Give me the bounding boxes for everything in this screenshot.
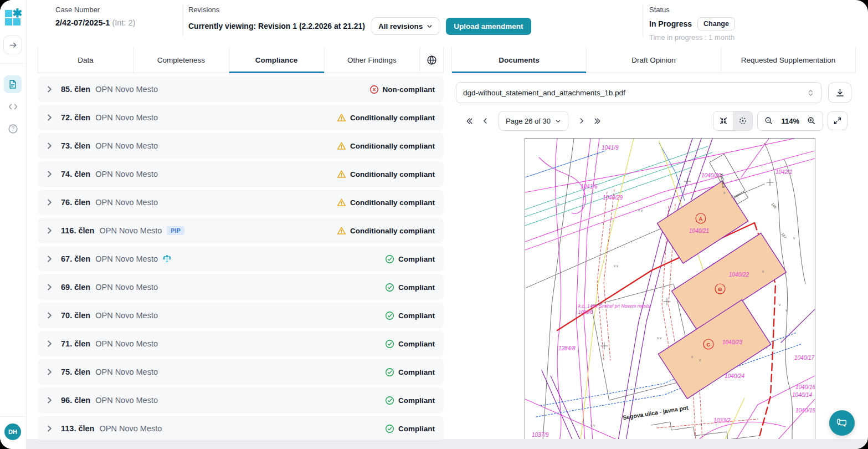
chevron-right-icon[interactable] — [44, 254, 54, 264]
status-text: Compliant — [398, 340, 435, 348]
compliance-row[interactable]: 85. člen OPN Novo Mesto Non-compliant — [38, 76, 444, 102]
pdf-viewer[interactable]: A B C 1041/9 1041/6 1040/29 1040/20 1042… — [451, 137, 856, 439]
compliance-row[interactable]: 74. člen OPN Novo Mesto Conditionally co… — [38, 161, 444, 187]
compliance-row[interactable]: 76. člen OPN Novo Mesto Conditionally co… — [38, 190, 444, 215]
article-source: OPN Novo Mesto — [95, 85, 158, 94]
compliance-row[interactable]: 67. člen OPN Novo Mesto Compliant — [38, 246, 444, 272]
chat-bubbles-icon — [836, 417, 848, 429]
rail-divider — [0, 63, 25, 64]
parcel-label: 1037/9 — [532, 432, 549, 438]
article-number: 69. člen — [61, 283, 90, 292]
chat-button[interactable] — [829, 410, 855, 436]
article-source: OPN Novo Mesto — [95, 368, 158, 376]
svg-text:v: v — [793, 236, 795, 240]
pip-badge: PIP — [167, 226, 184, 235]
user-avatar[interactable]: DH — [4, 424, 21, 440]
app-window: ✱ ? DH Case Numb — [0, 0, 868, 449]
case-header: Case Number 2/42-07/2025-1 (Int: 2) Revi… — [38, 0, 856, 43]
tab-documents[interactable]: Documents — [451, 47, 587, 73]
focus-mode-button[interactable] — [733, 111, 752, 130]
zoom-in-button[interactable] — [803, 112, 820, 130]
tab-data[interactable]: Data — [38, 47, 133, 73]
language-globe-button[interactable] — [420, 47, 444, 73]
contour-label: 186 — [771, 202, 777, 210]
tab-draft-opinion[interactable]: Draft Opinion — [587, 47, 721, 73]
chevron-down-icon — [555, 118, 561, 124]
compliance-rows: 85. člen OPN Novo Mesto Non-compliant 72… — [38, 73, 444, 440]
status-text: Conditionally compliant — [350, 170, 435, 178]
parcel-label: 1033/2 — [713, 417, 731, 424]
zoom-out-button[interactable] — [760, 112, 778, 130]
status-text: Compliant — [398, 368, 435, 376]
app-logo-icon: ✱ — [5, 10, 22, 27]
article-number: 67. člen — [61, 254, 90, 263]
document-select[interactable]: dgd-without_statement_and_attachments_1b… — [456, 82, 821, 103]
compliant-icon — [385, 368, 394, 377]
chevron-right-icon[interactable] — [44, 282, 54, 292]
parcel-label: 1040/23 — [722, 339, 743, 345]
compliance-row[interactable]: 70. člen OPN Novo Mesto Compliant — [38, 303, 444, 328]
compliance-row[interactable]: 71. člen OPN Novo Mesto Compliant — [38, 331, 444, 356]
page-select[interactable]: Page 26 of 30 — [499, 111, 568, 131]
svg-text:v: v — [635, 397, 637, 401]
chevron-right-icon[interactable] — [44, 197, 54, 207]
tab-compliance[interactable]: Compliance — [229, 47, 325, 73]
expand-sidebar-button[interactable] — [3, 35, 22, 54]
change-status-button[interactable]: Change — [697, 17, 735, 30]
compliance-panel: Data Completeness Compliance Other Findi… — [38, 47, 444, 439]
tab-other-findings[interactable]: Other Findings — [325, 47, 420, 73]
chevron-right-icon[interactable] — [44, 141, 54, 151]
chevron-right-icon[interactable] — [44, 367, 54, 377]
svg-text:?: ? — [11, 126, 14, 132]
status-section: Status In Progress Change Time in progre… — [649, 6, 735, 42]
status-text: Conditionally compliant — [350, 198, 435, 207]
compliance-row[interactable]: 72. člen OPN Novo Mesto Conditionally co… — [38, 105, 444, 130]
warning-icon — [337, 141, 346, 151]
chevron-right-icon[interactable] — [44, 84, 54, 94]
article-source: OPN Novo Mesto — [95, 339, 158, 348]
fullscreen-button[interactable] — [828, 111, 848, 130]
all-revisions-select[interactable]: All revisions — [372, 17, 439, 35]
article-number: 72. člen — [61, 113, 90, 122]
rail-help-button[interactable]: ? — [4, 120, 22, 137]
status-text: Conditionally compliant — [350, 142, 435, 150]
compliance-row[interactable]: 96. člen OPN Novo Mesto Compliant — [38, 387, 444, 413]
tab-requested-supplementation[interactable]: Requested Supplementation — [721, 47, 856, 73]
compliance-row[interactable]: 116. člen OPN Novo Mesto PIP Conditional… — [38, 218, 444, 243]
rail-divider-bottom — [0, 416, 25, 417]
svg-text:v v: v v — [590, 424, 595, 427]
chevron-right-icon[interactable] — [44, 395, 54, 405]
double-chevron-right-icon — [593, 116, 602, 126]
compliance-row[interactable]: 69. člen OPN Novo Mesto Compliant — [38, 274, 444, 300]
download-document-button[interactable] — [828, 83, 851, 103]
compliance-row[interactable]: 75. člen OPN Novo Mesto Compliant — [38, 359, 444, 385]
parcel-label: 1040/29 — [603, 195, 623, 201]
compliance-row[interactable]: 73. člen OPN Novo Mesto Conditionally co… — [38, 133, 444, 159]
chevron-right-icon[interactable] — [44, 113, 54, 123]
status-text: Compliant — [398, 283, 435, 292]
chevron-right-icon[interactable] — [44, 226, 54, 236]
chevron-right-icon[interactable] — [44, 339, 54, 349]
article-source: OPN Novo Mesto — [95, 254, 158, 263]
upload-amendment-button[interactable]: Upload amendment — [446, 18, 531, 35]
chevron-right-icon[interactable] — [44, 424, 54, 433]
fit-to-page-button[interactable] — [713, 111, 733, 130]
last-page-button[interactable] — [589, 116, 605, 126]
first-page-button[interactable] — [461, 116, 477, 126]
file-row: dgd-without_statement_and_attachments_1b… — [456, 82, 851, 103]
rail-documents-button[interactable] — [4, 75, 22, 93]
status-text: Conditionally compliant — [350, 227, 435, 235]
previous-page-button[interactable] — [477, 116, 493, 125]
chevron-down-icon — [427, 23, 433, 29]
logo-asterisk-icon: ✱ — [12, 7, 22, 20]
compliance-row[interactable]: 113. člen OPN Novo Mesto Compliant — [38, 416, 444, 440]
non-compliant-icon — [369, 85, 379, 94]
status-text: Compliant — [398, 396, 435, 405]
chevron-right-icon[interactable] — [44, 169, 54, 179]
rail-code-button[interactable] — [4, 98, 22, 115]
tab-completeness[interactable]: Completeness — [133, 47, 229, 73]
chevron-right-icon[interactable] — [44, 310, 54, 320]
next-page-button[interactable] — [574, 116, 589, 125]
street-label: Segova ulica - javna pot — [622, 404, 689, 421]
compliant-icon — [385, 424, 394, 433]
